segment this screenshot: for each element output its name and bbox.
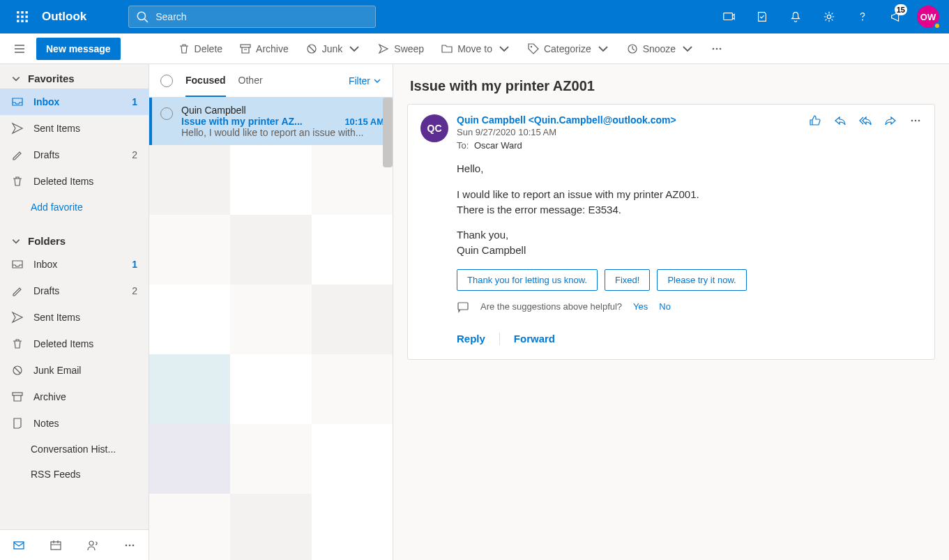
nav-item-label: Archive bbox=[33, 391, 137, 402]
draft-icon bbox=[11, 285, 24, 297]
command-bar: New message Delete Archive Junk Sweep Mo… bbox=[0, 33, 949, 64]
folder-item-drafts[interactable]: Drafts 2 bbox=[0, 278, 149, 304]
add-favorite-label: Add favorite bbox=[31, 202, 83, 213]
svg-rect-4 bbox=[21, 15, 23, 17]
archive-label: Archive bbox=[256, 43, 289, 54]
nav-item-label: Sent Items bbox=[33, 123, 137, 134]
svg-rect-0 bbox=[17, 11, 19, 13]
chevron-down-icon bbox=[498, 43, 510, 55]
suggested-reply-button[interactable]: Thank you for letting us know. bbox=[457, 269, 598, 291]
more-actions-button[interactable] bbox=[909, 114, 922, 129]
body-line: There is the error message: E3534. bbox=[457, 204, 621, 215]
pivot-other[interactable]: Other bbox=[238, 65, 263, 97]
reply-all-icon-button[interactable] bbox=[859, 114, 872, 129]
message-from: Quin Campbell bbox=[181, 105, 384, 116]
new-message-button[interactable]: New message bbox=[36, 38, 121, 60]
search-input[interactable] bbox=[154, 10, 368, 23]
suggested-reply-button[interactable]: Fixed! bbox=[605, 269, 650, 291]
tasks-button[interactable] bbox=[745, 0, 779, 33]
teams-button[interactable] bbox=[712, 0, 745, 33]
message-list-item[interactable]: Quin Campbell Issue with my printer AZ..… bbox=[149, 98, 393, 145]
mail-icon bbox=[13, 539, 25, 552]
footer-calendar-button[interactable] bbox=[37, 530, 74, 561]
like-button[interactable] bbox=[809, 114, 821, 129]
folder-item-notes[interactable]: Notes bbox=[0, 410, 149, 437]
select-all-toggle[interactable] bbox=[160, 75, 173, 87]
snooze-button[interactable]: Snooze bbox=[618, 33, 702, 64]
brand-title: Outlook bbox=[42, 10, 86, 24]
snooze-label: Snooze bbox=[643, 43, 676, 54]
search-box[interactable] bbox=[128, 6, 376, 28]
whatsnew-button[interactable]: 15 bbox=[879, 0, 913, 33]
clock-icon bbox=[626, 43, 639, 55]
more-commands-button[interactable] bbox=[702, 33, 731, 64]
junk-button[interactable]: Junk bbox=[297, 33, 370, 64]
nav-item-sent[interactable]: Sent Items bbox=[0, 115, 149, 142]
move-to-button[interactable]: Move to bbox=[432, 33, 519, 64]
chevron-down-icon bbox=[11, 74, 21, 84]
hamburger-button[interactable] bbox=[4, 33, 35, 64]
folder-item-deleted[interactable]: Deleted Items bbox=[0, 331, 149, 357]
message-select-toggle[interactable] bbox=[160, 107, 173, 120]
folder-item-junk[interactable]: Junk Email bbox=[0, 357, 149, 384]
nav-item-deleted[interactable]: Deleted Items bbox=[0, 168, 149, 195]
folder-item-archive[interactable]: Archive bbox=[0, 384, 149, 410]
categorize-button[interactable]: Categorize bbox=[519, 33, 618, 64]
reading-pane: Issue with my printer AZ001 QC Quin Camp… bbox=[393, 64, 949, 560]
folder-item-sent[interactable]: Sent Items bbox=[0, 304, 149, 331]
help-button[interactable] bbox=[846, 0, 879, 33]
settings-button[interactable] bbox=[812, 0, 846, 33]
message-time: 10:15 AM bbox=[344, 116, 384, 127]
nav-item-label: Junk Email bbox=[33, 365, 137, 376]
folders-label: Folders bbox=[28, 235, 66, 247]
notifications-button[interactable] bbox=[779, 0, 812, 33]
svg-rect-7 bbox=[21, 20, 23, 22]
nav-footer bbox=[0, 529, 149, 560]
account-avatar[interactable]: OW bbox=[917, 6, 939, 28]
reply-icon-button[interactable] bbox=[834, 114, 846, 129]
folder-item-rss[interactable]: RSS Feeds bbox=[0, 462, 149, 487]
chevron-down-icon bbox=[597, 43, 609, 55]
folder-item-conversation-history[interactable]: Conversation Hist... bbox=[0, 437, 149, 462]
suggested-reply-button[interactable]: Please try it now. bbox=[657, 269, 746, 291]
favorites-section-header[interactable]: Favorites bbox=[0, 64, 149, 89]
message-list-skeleton bbox=[149, 145, 393, 560]
sweep-button[interactable]: Sweep bbox=[369, 33, 432, 64]
footer-people-button[interactable] bbox=[75, 530, 112, 561]
archive-box-icon bbox=[11, 391, 24, 403]
nav-item-count: 1 bbox=[132, 259, 137, 270]
footer-mail-button[interactable] bbox=[0, 530, 37, 561]
svg-point-19 bbox=[713, 47, 715, 50]
folder-item-inbox[interactable]: Inbox 1 bbox=[0, 251, 149, 278]
svg-rect-5 bbox=[26, 15, 28, 17]
chevron-down-icon bbox=[681, 43, 694, 55]
nav-item-label: Drafts bbox=[33, 149, 122, 160]
nav-item-count: 2 bbox=[132, 285, 137, 296]
nav-item-inbox[interactable]: Inbox 1 bbox=[0, 89, 149, 115]
archive-button[interactable]: Archive bbox=[231, 33, 297, 64]
forward-icon-button[interactable] bbox=[884, 114, 897, 129]
scrollbar-thumb[interactable] bbox=[383, 98, 393, 167]
forward-link[interactable]: Forward bbox=[514, 333, 555, 345]
sender-display[interactable]: Quin Campbell <Quin.Campbell@outlook.com… bbox=[457, 114, 800, 126]
nav-item-drafts[interactable]: Drafts 2 bbox=[0, 142, 149, 168]
svg-point-17 bbox=[531, 45, 532, 47]
pivot-focused[interactable]: Focused bbox=[185, 65, 226, 97]
svg-rect-8 bbox=[26, 20, 28, 22]
delete-button[interactable]: Delete bbox=[169, 33, 231, 64]
nav-item-label: Inbox bbox=[33, 96, 122, 107]
app-launcher-button[interactable] bbox=[6, 0, 39, 33]
filter-button[interactable]: Filter bbox=[349, 75, 381, 86]
suggested-replies: Thank you for letting us know. Fixed! Pl… bbox=[457, 269, 922, 291]
body-line: Quin Campbell bbox=[457, 244, 526, 256]
reply-link[interactable]: Reply bbox=[457, 333, 485, 345]
folders-section-header[interactable]: Folders bbox=[0, 227, 149, 251]
feedback-yes-link[interactable]: Yes bbox=[633, 301, 648, 312]
top-navbar: Outlook 15 OW bbox=[0, 0, 949, 33]
svg-point-27 bbox=[89, 541, 93, 545]
add-favorite-link[interactable]: Add favorite bbox=[0, 195, 149, 220]
footer-more-button[interactable] bbox=[112, 530, 149, 561]
feedback-no-link[interactable]: No bbox=[659, 301, 671, 312]
nav-item-label: Deleted Items bbox=[33, 338, 137, 349]
more-icon bbox=[123, 539, 136, 552]
